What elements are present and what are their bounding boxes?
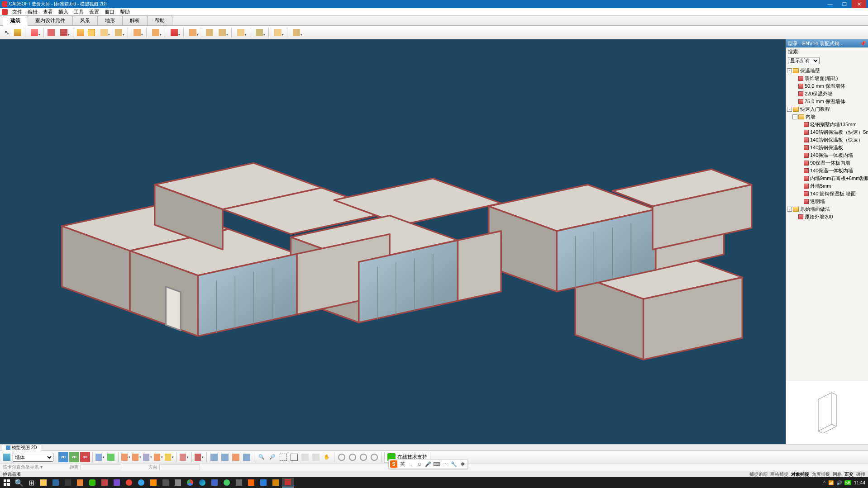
ime-keyboard[interactable]: ⌨ <box>433 460 440 468</box>
tree-item[interactable]: -保温墙壁 <box>787 67 867 75</box>
ime-more[interactable]: ⋯ <box>442 460 449 468</box>
snap-object[interactable]: 对象捕捉 <box>791 471 809 478</box>
tab-terrain[interactable]: 地形 <box>97 15 123 25</box>
tray-clock[interactable]: 11:44 <box>854 480 865 485</box>
tree-item[interactable]: 透明墙 <box>787 198 867 205</box>
task-app-7[interactable] <box>123 478 135 488</box>
column-grid-tool[interactable] <box>76 28 86 38</box>
catalog-filter-select[interactable]: 显示所有 <box>788 57 820 64</box>
task-cadsoft[interactable] <box>282 478 294 488</box>
sheet-tool-1[interactable] <box>209 452 219 462</box>
tree-item[interactable]: 140筋钢保温板（快速） <box>787 136 867 144</box>
house-view-3[interactable] <box>143 452 153 462</box>
tree-item[interactable]: 140筋钢保温板 <box>787 144 867 152</box>
task-app-15[interactable] <box>245 478 257 488</box>
menu-tools[interactable]: 工具 <box>71 9 86 15</box>
tree-item[interactable]: 原始外墙200 <box>787 213 867 221</box>
pan-button[interactable]: ✋ <box>322 452 332 462</box>
task-app-14[interactable] <box>233 478 245 488</box>
task-chrome[interactable] <box>184 478 196 488</box>
task-app-9[interactable] <box>148 478 159 488</box>
catalog-header[interactable]: 型录 - ENV14 装配式钢... 📌 <box>786 39 868 47</box>
taskview-button[interactable]: ⊞ <box>25 478 37 488</box>
direction-input[interactable] <box>159 464 200 470</box>
ime-tools[interactable]: 🔧 <box>450 460 458 468</box>
task-app-11[interactable] <box>172 478 184 488</box>
wall-tool-1[interactable] <box>46 28 56 38</box>
wall-tool-2[interactable] <box>57 28 71 38</box>
task-app-12[interactable] <box>209 478 220 488</box>
floor-tool[interactable] <box>97 28 111 38</box>
start-button[interactable] <box>1 478 13 488</box>
dimension-tool[interactable] <box>271 28 285 38</box>
orbit-1[interactable] <box>337 452 347 462</box>
beam-tool-1[interactable] <box>205 28 215 38</box>
ime-voice[interactable]: 🎤 <box>424 460 432 468</box>
panel-pin-icon[interactable]: 📌 <box>860 41 866 47</box>
task-edge[interactable] <box>196 478 208 488</box>
menu-view[interactable]: 查看 <box>40 9 56 15</box>
tab-landscape[interactable]: 风景 <box>72 15 98 25</box>
camera-tool[interactable] <box>95 452 105 462</box>
tree-item[interactable]: 220保温外墙 <box>787 90 867 98</box>
tray-expand[interactable]: ^ <box>823 480 825 485</box>
trophy-tool[interactable] <box>164 452 174 462</box>
doc-tab-model2d[interactable]: 模型视图 2D <box>2 444 41 451</box>
catalog-tree[interactable]: -保温墙壁装饰墙面(墙砖)50.0 mm 保温墙体220保温外墙75.0 mm … <box>786 66 868 381</box>
app-menu-icon[interactable] <box>2 9 8 15</box>
door-tool[interactable] <box>130 28 144 38</box>
sheet-tool-2[interactable] <box>220 452 230 462</box>
tree-expander[interactable]: - <box>792 114 797 119</box>
foundation-tool[interactable] <box>253 28 266 38</box>
house-tool[interactable] <box>28 28 41 38</box>
task-wechat[interactable] <box>86 478 98 488</box>
tree-item[interactable]: 90保温一体板内墙 <box>787 159 867 167</box>
maximize-button[interactable]: ❐ <box>837 0 852 8</box>
ime-lang-toggle[interactable]: 英 <box>399 460 406 468</box>
play-tool[interactable] <box>106 452 116 462</box>
ime-toolbar[interactable]: S 英 ， ☺ 🎤 ⌨ ⋯ 🔧 ✱ <box>388 459 468 469</box>
tree-item[interactable]: 140保温一体板内墙 <box>787 167 867 175</box>
tree-expander[interactable]: - <box>787 207 792 212</box>
house-view-2[interactable] <box>132 452 142 462</box>
slab-tool[interactable] <box>112 28 125 38</box>
tree-expander[interactable]: - <box>787 68 792 73</box>
menu-settings[interactable]: 设置 <box>86 9 102 15</box>
orbit-3[interactable] <box>358 452 368 462</box>
house-view-1[interactable] <box>121 452 131 462</box>
tree-item[interactable]: 140筋钢保温板（快速）5mm <box>787 128 867 136</box>
snap-track[interactable]: 捕捉追踪 <box>749 471 768 478</box>
task-app-8[interactable] <box>135 478 147 488</box>
tree-item[interactable]: 轻钢别墅内墙135mm <box>787 121 867 128</box>
view-2d-button[interactable]: 2D <box>58 452 68 462</box>
zoom-out-button[interactable]: 🔎 <box>267 452 277 462</box>
menu-help[interactable]: 帮助 <box>117 9 133 15</box>
task-app-5[interactable] <box>99 478 110 488</box>
tree-expander[interactable]: - <box>787 107 792 112</box>
zoom-in-button[interactable]: 🔍 <box>257 452 267 462</box>
house-view-4[interactable] <box>153 452 163 462</box>
task-app-13[interactable] <box>221 478 233 488</box>
sheet-tool-3[interactable] <box>231 452 241 462</box>
tab-building[interactable]: 建筑 <box>3 15 28 26</box>
snap-collision[interactable]: 碰撞 <box>856 471 865 478</box>
zoom-fit-button[interactable] <box>300 452 310 462</box>
orbit-4[interactable] <box>369 452 379 462</box>
zoom-extents-button[interactable] <box>289 452 299 462</box>
tree-item[interactable]: 装饰墙面(墙砖) <box>787 75 867 82</box>
tray-battery[interactable]: 56 <box>844 480 851 485</box>
misc-tool[interactable] <box>290 28 303 38</box>
ime-skin[interactable]: ✱ <box>459 460 466 468</box>
tray-volume-icon[interactable]: 🔊 <box>836 480 842 485</box>
orbit-2[interactable] <box>348 452 358 462</box>
sogou-logo-icon[interactable]: S <box>390 460 397 468</box>
search-button[interactable]: 🔍 <box>13 478 25 488</box>
tree-item[interactable]: -快速入门教程 <box>787 105 867 113</box>
paint-tool[interactable] <box>13 28 23 38</box>
view-2d-alt-button[interactable]: 2D <box>69 452 79 462</box>
room-tool[interactable] <box>186 28 200 38</box>
snap-ortho[interactable]: 正交 <box>844 471 854 478</box>
snap-grid[interactable]: 网格捕捉 <box>770 471 788 478</box>
sheet-tool-4[interactable] <box>242 452 252 462</box>
wall-view[interactable] <box>194 452 204 462</box>
